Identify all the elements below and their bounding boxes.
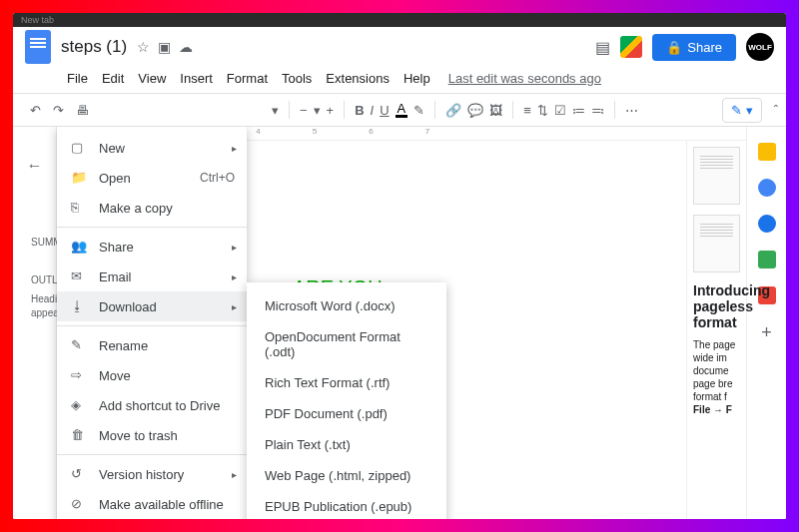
document-icon: ▢ bbox=[71, 140, 87, 156]
shortcut-label: Ctrl+O bbox=[200, 171, 235, 185]
add-icon[interactable]: + bbox=[761, 322, 772, 343]
menu-item-add-shortcut[interactable]: ◈ Add shortcut to Drive bbox=[57, 390, 247, 420]
menu-item-share[interactable]: 👥 Share ▸ bbox=[57, 232, 247, 262]
menu-help[interactable]: Help bbox=[398, 69, 436, 88]
menu-item-make-copy[interactable]: ⎘ Make a copy bbox=[57, 193, 247, 223]
move-icon[interactable]: ▣ bbox=[158, 39, 171, 55]
share-label: Share bbox=[687, 40, 722, 55]
font-dropdown[interactable]: − bbox=[300, 103, 308, 118]
comment-history-icon[interactable]: ▤ bbox=[595, 38, 610, 57]
bold-button[interactable]: B bbox=[355, 103, 364, 118]
menu-file[interactable]: File bbox=[61, 69, 94, 88]
menu-item-offline[interactable]: ⊘ Make available offline bbox=[57, 489, 247, 519]
contacts-icon[interactable] bbox=[758, 251, 776, 268]
keep-icon[interactable] bbox=[758, 179, 776, 197]
menu-label: Move bbox=[99, 368, 131, 383]
share-button[interactable]: 🔒 Share bbox=[652, 34, 736, 61]
checklist-icon[interactable]: ☑ bbox=[554, 103, 566, 118]
calendar-icon[interactable] bbox=[758, 143, 776, 161]
menu-item-rename[interactable]: ✎ Rename bbox=[57, 330, 247, 360]
tasks-icon[interactable] bbox=[758, 215, 776, 233]
more-icon[interactable]: ⋯ bbox=[625, 103, 638, 118]
link-icon[interactable]: 🔗 bbox=[445, 103, 461, 118]
text-color-button[interactable]: A bbox=[396, 103, 408, 118]
menu-item-trash[interactable]: 🗑 Move to trash bbox=[57, 420, 247, 450]
download-submenu: Microsoft Word (.docx) OpenDocument Form… bbox=[247, 282, 446, 519]
page-thumbnail[interactable] bbox=[693, 215, 740, 272]
menu-format[interactable]: Format bbox=[221, 69, 274, 88]
numbered-list-icon[interactable]: ≕ bbox=[591, 103, 604, 118]
menu-tools[interactable]: Tools bbox=[276, 69, 318, 88]
menu-item-download[interactable]: ⭳ Download ▸ bbox=[57, 291, 247, 321]
menu-divider bbox=[57, 227, 247, 228]
browser-window: New tab steps (1) ☆ ▣ ☁ ▤ 🔒 Share WOLF F… bbox=[13, 13, 786, 519]
meet-icon[interactable] bbox=[620, 36, 642, 58]
download-rtf[interactable]: Rich Text Format (.rtf) bbox=[247, 367, 446, 398]
copy-icon: ⎘ bbox=[71, 200, 87, 216]
file-menu-dropdown: ▢ New ▸ 📁 Open Ctrl+O ⎘ Make a copy 👥 Sh… bbox=[57, 127, 247, 519]
menu-label: Version history bbox=[99, 467, 184, 482]
menu-item-move[interactable]: ⇨ Move bbox=[57, 360, 247, 390]
download-epub[interactable]: EPUB Publication (.epub) bbox=[247, 491, 446, 519]
menu-divider bbox=[57, 454, 247, 455]
page-thumbnail[interactable] bbox=[693, 147, 740, 205]
collapse-icon[interactable]: ˆ bbox=[774, 103, 778, 118]
docs-logo-icon[interactable] bbox=[25, 30, 51, 64]
menu-extensions[interactable]: Extensions bbox=[320, 69, 396, 88]
undo-icon[interactable]: ↶ bbox=[27, 100, 44, 121]
print-icon[interactable]: 🖶 bbox=[73, 100, 92, 121]
content-area: ← SUMMARY OUTLINE Headingsappear 1234567… bbox=[13, 127, 786, 519]
right-panel: Introducing pageless format The pagewide… bbox=[686, 141, 746, 519]
menu-item-email[interactable]: ✉ Email ▸ bbox=[57, 262, 247, 291]
highlight-icon[interactable]: ✎ bbox=[413, 103, 424, 118]
menu-item-version-history[interactable]: ↺ Version history ▸ bbox=[57, 459, 247, 489]
bulleted-list-icon[interactable]: ≔ bbox=[572, 103, 585, 118]
menu-label: Rename bbox=[99, 338, 148, 353]
title-actions: ☆ ▣ ☁ bbox=[137, 39, 193, 55]
folder-icon: 📁 bbox=[71, 170, 87, 186]
italic-button[interactable]: I bbox=[371, 103, 375, 118]
menu-label: Download bbox=[99, 299, 157, 314]
menu-label: New bbox=[99, 141, 125, 156]
header-right: ▤ 🔒 Share WOLF bbox=[595, 33, 774, 61]
download-txt[interactable]: Plain Text (.txt) bbox=[247, 429, 446, 460]
avatar[interactable]: WOLF bbox=[746, 33, 774, 61]
title-bar: steps (1) ☆ ▣ ☁ ▤ 🔒 Share WOLF bbox=[13, 27, 786, 67]
chevron-right-icon: ▸ bbox=[232, 301, 237, 312]
image-icon[interactable]: 🖼 bbox=[489, 103, 502, 118]
menu-edit[interactable]: Edit bbox=[96, 69, 130, 88]
menu-label: Add shortcut to Drive bbox=[99, 398, 220, 413]
font-inc[interactable]: + bbox=[327, 103, 335, 118]
browser-tab[interactable]: New tab bbox=[21, 15, 54, 25]
menu-label: Share bbox=[99, 240, 134, 255]
lock-icon: 🔒 bbox=[666, 40, 682, 55]
zoom-dropdown[interactable]: ▾ bbox=[272, 103, 279, 118]
menu-label: Make a copy bbox=[99, 201, 173, 216]
menu-item-open[interactable]: 📁 Open Ctrl+O bbox=[57, 163, 247, 193]
download-html[interactable]: Web Page (.html, zipped) bbox=[247, 460, 446, 491]
share-icon: 👥 bbox=[71, 239, 87, 255]
download-docx[interactable]: Microsoft Word (.docx) bbox=[247, 290, 446, 321]
underline-button[interactable]: U bbox=[380, 103, 389, 118]
back-icon[interactable]: ← bbox=[27, 157, 43, 175]
font-size[interactable]: ▾ bbox=[314, 103, 321, 118]
line-spacing-icon[interactable]: ⇅ bbox=[537, 103, 548, 118]
info-panel: Introducing pageless format The pagewide… bbox=[693, 282, 740, 416]
download-odt[interactable]: OpenDocument Format (.odt) bbox=[247, 321, 446, 367]
document-title[interactable]: steps (1) bbox=[61, 37, 127, 57]
editing-mode-button[interactable]: ✎ ▾ bbox=[722, 98, 762, 123]
side-panel: + bbox=[746, 127, 786, 519]
last-edit-link[interactable]: Last edit was seconds ago bbox=[442, 69, 607, 88]
chevron-right-icon: ▸ bbox=[232, 143, 237, 154]
align-icon[interactable]: ≡ bbox=[523, 103, 531, 118]
redo-icon[interactable]: ↷ bbox=[50, 100, 67, 121]
download-pdf[interactable]: PDF Document (.pdf) bbox=[247, 398, 446, 429]
menu-insert[interactable]: Insert bbox=[174, 69, 219, 88]
menu-view[interactable]: View bbox=[132, 69, 172, 88]
comment-icon[interactable]: 💬 bbox=[467, 103, 483, 118]
menu-item-new[interactable]: ▢ New ▸ bbox=[57, 133, 247, 163]
drive-icon: ◈ bbox=[71, 397, 87, 413]
chevron-right-icon: ▸ bbox=[232, 242, 237, 253]
cloud-icon[interactable]: ☁ bbox=[179, 39, 193, 55]
star-icon[interactable]: ☆ bbox=[137, 39, 150, 55]
